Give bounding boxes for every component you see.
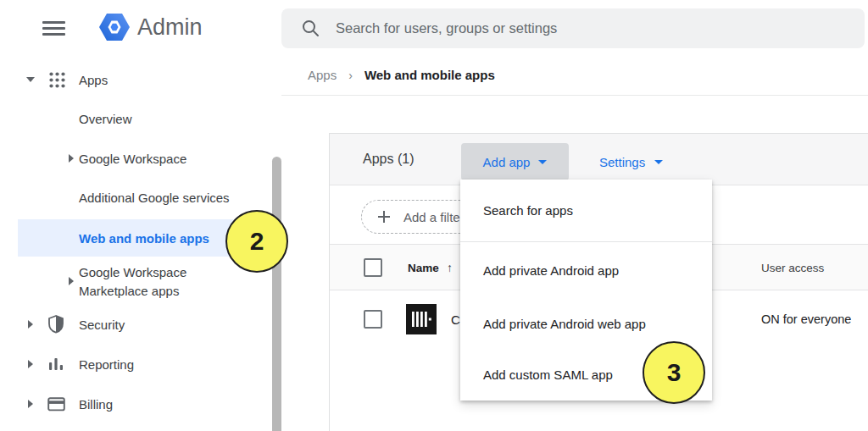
plus-icon — [376, 209, 392, 224]
sidebar-item-overview[interactable]: Overview — [79, 112, 132, 126]
hamburger-menu-icon[interactable] — [42, 21, 65, 36]
user-access-column-header: User access — [761, 262, 824, 274]
apps-count-label: Apps (1) — [363, 152, 414, 167]
google-admin-logo-icon — [98, 11, 131, 47]
app-logo-icon — [406, 304, 437, 334]
sidebar-item-google-workspace[interactable]: Google Workspace — [79, 152, 186, 166]
user-access-cell: ON for everyone — [761, 312, 851, 326]
chevron-down-icon — [654, 160, 663, 164]
sidebar-item-reporting[interactable]: Reporting — [79, 357, 134, 372]
sidebar-item-billing[interactable]: Billing — [79, 397, 113, 412]
menu-item-add-private-android-app[interactable]: Add private Android app — [460, 242, 712, 298]
chevron-down-icon — [538, 160, 547, 164]
search-input[interactable] — [336, 20, 810, 36]
add-app-button[interactable]: Add app — [461, 143, 569, 180]
row-checkbox[interactable] — [364, 310, 382, 329]
name-column-header[interactable]: Name — [408, 262, 439, 274]
annotation-step-2-badge: 2 — [225, 210, 288, 273]
breadcrumb-separator: › — [348, 69, 353, 82]
chevron-down-icon[interactable] — [26, 77, 35, 82]
add-app-button-label: Add app — [483, 155, 531, 169]
card-toolbar: Apps (1) Add app Settings — [330, 134, 868, 185]
sidebar-scrollbar[interactable] — [272, 157, 281, 431]
annotation-step-3-badge: 3 — [643, 341, 705, 404]
chevron-right-icon[interactable] — [69, 277, 74, 285]
breadcrumb-current-page: Web and mobile apps — [364, 68, 495, 82]
sidebar-item-security[interactable]: Security — [79, 318, 125, 332]
sidebar-item-web-and-mobile-apps[interactable]: Web and mobile apps — [79, 231, 209, 246]
chevron-right-icon[interactable] — [69, 154, 74, 163]
breadcrumb-apps-link[interactable]: Apps — [308, 68, 337, 82]
chevron-right-icon[interactable] — [28, 320, 33, 329]
select-all-checkbox[interactable] — [364, 258, 382, 277]
sidebar-item-additional-google-services[interactable]: Additional Google services — [79, 191, 230, 205]
admin-console-window: Admin Apps › Web and mobile apps Apps Ov… — [0, 0, 868, 431]
chevron-right-icon[interactable] — [28, 400, 33, 408]
security-shield-icon — [47, 315, 64, 334]
menu-item-search-for-apps[interactable]: Search for apps — [460, 180, 712, 242]
apps-grid-icon — [48, 71, 66, 89]
sidebar-item-apps[interactable]: Apps — [79, 73, 108, 87]
add-filter-label: Add a filte — [403, 210, 460, 224]
reporting-chart-icon — [47, 356, 64, 372]
global-search-bar[interactable] — [281, 8, 865, 48]
billing-card-icon — [47, 397, 65, 412]
sort-ascending-icon[interactable]: ↑ — [447, 261, 453, 274]
chevron-right-icon[interactable] — [28, 360, 33, 368]
search-icon — [302, 19, 320, 37]
settings-button[interactable]: Settings — [594, 143, 668, 180]
settings-button-label: Settings — [599, 155, 645, 169]
brand-name: Admin — [137, 14, 203, 41]
app-name-cell: C — [451, 312, 460, 327]
sidebar-item-marketplace-apps[interactable]: Google Workspace Marketplace apps — [79, 263, 206, 301]
header-divider — [281, 95, 868, 96]
breadcrumb: Apps › Web and mobile apps — [308, 68, 495, 82]
